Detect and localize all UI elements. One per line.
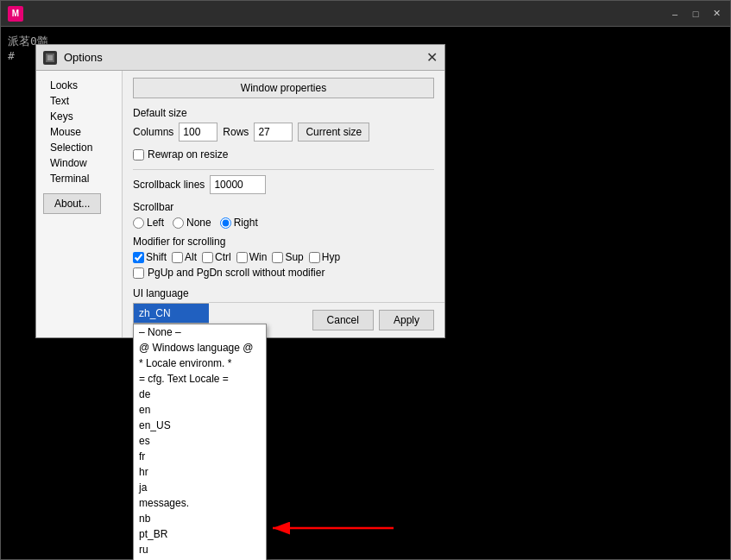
scrollbar-radio-group: Left None Right — [133, 217, 434, 229]
sidebar-item-window[interactable]: Window — [36, 155, 122, 171]
modifier-ctrl: Ctrl — [202, 251, 231, 263]
lang-option-hr[interactable]: hr — [134, 464, 266, 480]
minimize-button[interactable]: – — [668, 7, 682, 21]
shift-checkbox[interactable] — [133, 252, 144, 263]
main-titlebar: M – □ ✕ — [1, 1, 730, 27]
columns-input[interactable] — [179, 123, 217, 142]
scrollbar-right-radio[interactable] — [220, 217, 231, 229]
cancel-button[interactable]: Cancel — [312, 310, 374, 330]
dialog-titlebar: Options ✕ — [36, 45, 444, 71]
scrollback-row: Scrollback lines — [133, 175, 434, 194]
ctrl-label: Ctrl — [215, 251, 231, 263]
sidebar-item-mouse[interactable]: Mouse — [36, 124, 122, 140]
alt-checkbox[interactable] — [172, 252, 183, 263]
ctrl-checkbox[interactable] — [202, 252, 213, 263]
sidebar-item-text[interactable]: Text — [36, 93, 122, 109]
scrollbar-right-option: Right — [220, 217, 258, 229]
rows-label: Rows — [223, 126, 249, 138]
lang-option-none[interactable]: – None – — [134, 324, 266, 340]
rewrap-row: Rewrap on resize — [133, 148, 434, 160]
hyp-checkbox[interactable] — [309, 252, 320, 263]
rows-input[interactable] — [254, 123, 293, 142]
modifier-row: Shift Alt Ctrl Win — [133, 251, 434, 263]
dialog-close-button[interactable]: ✕ — [426, 51, 438, 65]
win-checkbox[interactable] — [236, 252, 248, 263]
lang-option-ru[interactable]: ru — [134, 542, 266, 557]
apply-button[interactable]: Apply — [379, 310, 434, 330]
lang-option-cfg-locale[interactable]: = cfg. Text Locale = — [134, 371, 266, 387]
modifier-shift: Shift — [133, 251, 167, 263]
modifier-alt: Alt — [172, 251, 197, 263]
pgdn-row: PgUp and PgDn scroll without modifier — [133, 267, 434, 279]
sup-label: Sup — [285, 251, 303, 263]
win-label: Win — [249, 251, 268, 263]
scrollback-label: Scrollback lines — [133, 179, 205, 191]
scrollbar-left-option: Left — [133, 217, 164, 229]
modifier-hyp: Hyp — [309, 251, 340, 263]
scrollbar-none-option: None — [173, 217, 211, 229]
lang-option-locale-env[interactable]: * Locale environm. * — [134, 356, 266, 371]
language-dropdown-list: – None – @ Windows language @ * Locale e… — [133, 324, 267, 560]
lang-option-de[interactable]: de — [134, 387, 266, 402]
lang-option-messages[interactable]: messages. — [134, 495, 266, 511]
dialog-body: Looks Text Keys Mouse Selection Window T… — [36, 71, 444, 337]
lang-option-fr[interactable]: fr — [134, 449, 266, 464]
scrollback-input[interactable] — [210, 175, 266, 194]
lang-option-nb[interactable]: nb — [134, 511, 266, 526]
scrollbar-label: Scrollbar — [133, 201, 434, 213]
maximize-button[interactable]: □ — [689, 7, 703, 21]
sidebar-item-keys[interactable]: Keys — [36, 109, 122, 124]
dialog-title: Options — [64, 51, 103, 64]
rewrap-checkbox[interactable] — [133, 149, 144, 160]
default-size-label: Default size — [133, 107, 434, 119]
svg-rect-1 — [47, 55, 53, 60]
window-controls: – □ ✕ — [668, 7, 723, 21]
scrollbar-none-label: None — [186, 217, 211, 229]
lang-option-en[interactable]: en — [134, 402, 266, 418]
lang-option-en-us[interactable]: en_US — [134, 418, 266, 433]
language-selected-value: zh_CN — [139, 307, 171, 319]
pgdn-label: PgUp and PgDn scroll without modifier — [148, 267, 325, 279]
sidebar: Looks Text Keys Mouse Selection Window T… — [36, 71, 123, 337]
rewrap-label: Rewrap on resize — [148, 148, 228, 160]
scrollbar-left-label: Left — [147, 217, 164, 229]
ui-language-label: UI language — [133, 287, 434, 299]
about-button[interactable]: About... — [43, 193, 101, 214]
scrollbar-left-radio[interactable] — [133, 217, 144, 229]
current-size-button[interactable]: Current size — [298, 123, 369, 142]
alt-label: Alt — [185, 251, 197, 263]
lang-option-es[interactable]: es — [134, 433, 266, 449]
modifier-label: Modifier for scrolling — [133, 236, 434, 248]
scrollbar-none-radio[interactable] — [173, 217, 184, 229]
modifier-win: Win — [236, 251, 268, 263]
pgdn-checkbox[interactable] — [133, 267, 144, 279]
app-icon: M — [8, 6, 23, 22]
sidebar-item-looks[interactable]: Looks — [36, 78, 122, 93]
dialog-icon — [43, 51, 57, 65]
main-window: M – □ ✕ 派茗0髓 # Options ✕ — [0, 0, 731, 560]
columns-label: Columns — [133, 126, 173, 138]
red-arrow-indicator — [264, 513, 402, 544]
window-properties-tab[interactable]: Window properties — [133, 78, 434, 98]
sidebar-item-terminal[interactable]: Terminal — [36, 171, 122, 186]
modifier-sup: Sup — [272, 251, 303, 263]
lang-option-windows[interactable]: @ Windows language @ — [134, 340, 266, 356]
close-button[interactable]: ✕ — [709, 7, 723, 21]
sup-checkbox[interactable] — [272, 252, 283, 263]
scrollbar-right-label: Right — [234, 217, 258, 229]
options-dialog: Options ✕ Looks Text Keys Mouse Selectio… — [35, 44, 445, 338]
sidebar-item-selection[interactable]: Selection — [36, 140, 122, 155]
default-size-row: Columns Rows Current size — [133, 123, 434, 142]
lang-option-ja[interactable]: ja — [134, 480, 266, 495]
lang-option-pt-br[interactable]: pt_BR — [134, 526, 266, 542]
shift-label: Shift — [146, 251, 167, 263]
hyp-label: Hyp — [322, 251, 340, 263]
content-area: Window properties Default size Columns R… — [123, 71, 444, 337]
